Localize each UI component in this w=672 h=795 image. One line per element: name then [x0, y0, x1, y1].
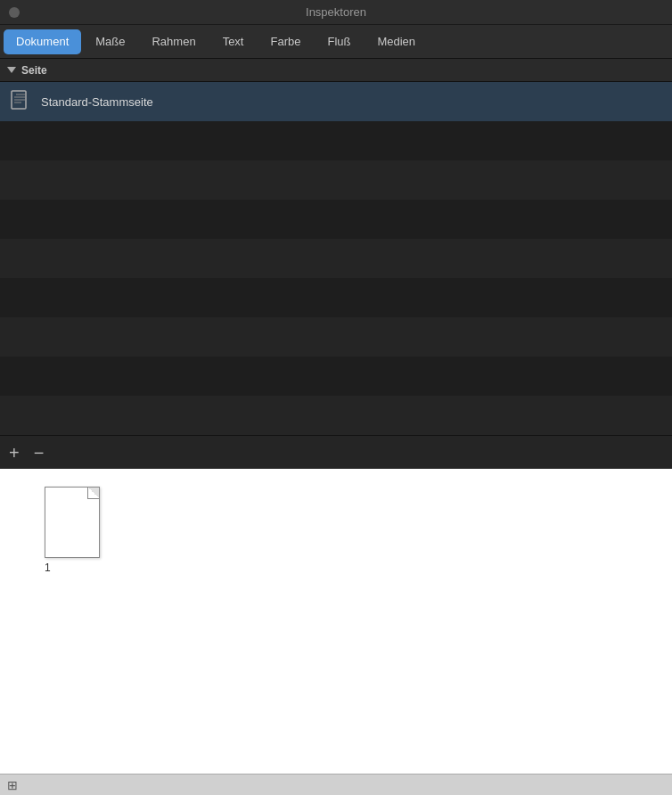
page-list: Standard-Stammseite [0, 82, 672, 435]
list-item-empty-7 [0, 357, 672, 396]
list-item-empty-6 [0, 317, 672, 357]
status-bar: ⊞ [0, 774, 672, 795]
tab-text[interactable]: Text [210, 29, 257, 54]
page-icon [9, 90, 32, 113]
tab-bar: Dokument Maße Rahmen Text Farbe Fluß Med… [0, 25, 672, 59]
tab-medien[interactable]: Medien [365, 29, 428, 54]
status-icon: ⊞ [7, 778, 18, 792]
tab-dokument[interactable]: Dokument [4, 29, 81, 54]
list-item[interactable]: Standard-Stammseite [0, 82, 672, 121]
title-bar: Inspektoren [0, 0, 672, 25]
close-button[interactable] [9, 7, 20, 18]
page-number: 1 [45, 561, 51, 574]
page-thumbnail[interactable] [45, 487, 100, 558]
tab-fluss[interactable]: Fluß [315, 29, 363, 54]
section-header-seite[interactable]: Seite [0, 59, 672, 82]
list-item-empty-1 [0, 121, 672, 160]
remove-page-button[interactable]: − [34, 444, 45, 462]
canvas-area: 1 ⊞ [0, 469, 672, 795]
add-page-button[interactable]: + [9, 444, 20, 462]
tab-masze[interactable]: Maße [83, 29, 137, 54]
collapse-triangle-icon [7, 67, 16, 73]
section-header-label: Seite [21, 64, 47, 77]
title-bar-title: Inspektoren [306, 5, 366, 19]
tab-farbe[interactable]: Farbe [258, 29, 313, 54]
inspector-panel: Seite Standard-Stammseite [0, 59, 672, 469]
inspector-toolbar: + − [0, 435, 672, 469]
canvas-page[interactable]: 1 [45, 487, 100, 574]
list-item-empty-8 [0, 396, 672, 435]
list-item-empty-4 [0, 239, 672, 278]
list-item-empty-5 [0, 278, 672, 317]
list-item-empty-3 [0, 200, 672, 239]
stammseite-label: Standard-Stammseite [41, 95, 153, 109]
tab-rahmen[interactable]: Rahmen [139, 29, 208, 54]
canvas-content[interactable]: 1 [0, 469, 672, 774]
list-item-empty-2 [0, 160, 672, 200]
